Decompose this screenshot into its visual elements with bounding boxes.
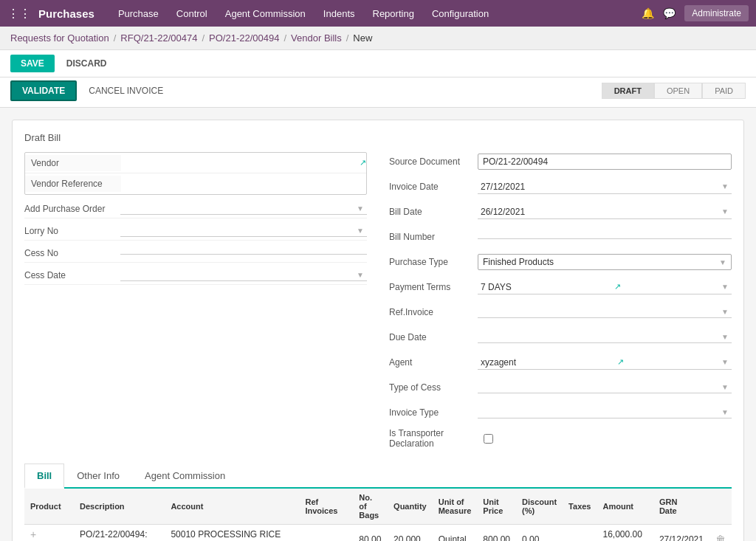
due-date-field: Due Date ▼ (389, 328, 732, 347)
transporter-declaration-checkbox[interactable] (484, 434, 493, 444)
cell-ref-invoices[interactable] (299, 525, 353, 542)
cell-description[interactable]: PO/21-22/00494: newrice (74, 525, 165, 542)
payment-terms-value[interactable]: 7 DAYS ↗ ▼ (478, 280, 732, 294)
cell-unit-of-measure[interactable]: Quintal (433, 525, 478, 542)
main-content: Draft Bill Vendor abc vendor ↗ Vendor Re… (0, 108, 756, 541)
add-purchase-order-field: Add Purchase Order ▼ (24, 199, 367, 218)
nav-configuration[interactable]: Configuration (423, 2, 498, 25)
status-open[interactable]: OPEN (654, 83, 702, 99)
cess-no-label: Cess No (24, 247, 120, 260)
tab-bill[interactable]: Bill (24, 464, 64, 489)
vendor-ext-link[interactable]: ↗ (360, 158, 366, 168)
breadcrumb-rfq-number[interactable]: RFQ/21-22/00474 (120, 32, 197, 44)
agent-text: xyzagent (481, 357, 516, 368)
vendor-label: Vendor (25, 155, 121, 171)
bill-number-field: Bill Number (389, 227, 732, 247)
delete-row-icon[interactable]: 🗑 (715, 534, 726, 541)
nav-links: Purchase Control Agent Commission Indent… (109, 2, 498, 25)
add-purchase-order-arrow: ▼ (357, 204, 364, 213)
payment-terms-arrow: ▼ (721, 283, 729, 291)
status-paid[interactable]: PAID (702, 83, 746, 99)
breadcrumb-rfq[interactable]: Requests for Quotation (10, 32, 109, 44)
cess-no-value[interactable] (120, 251, 367, 255)
nav-indents[interactable]: Indents (315, 2, 364, 25)
source-document-value[interactable]: PO/21-22/00494 (478, 154, 732, 170)
type-of-cess-label: Type of Cess (389, 382, 478, 393)
due-date-value[interactable]: ▼ (478, 331, 732, 343)
invoice-type-value[interactable]: ▼ (478, 407, 732, 418)
validate-button[interactable]: VALIDATE (10, 80, 77, 101)
vendor-row: Vendor abc vendor ↗ (25, 153, 366, 173)
type-of-cess-value[interactable]: ▼ (478, 382, 732, 393)
cell-grn-date[interactable]: 27/12/2021 (653, 525, 709, 542)
nav-reporting[interactable]: Reporting (364, 2, 423, 25)
col-account: Account (165, 489, 299, 525)
tabs-row: Bill Other Info Agent Commission (24, 464, 732, 489)
add-purchase-order-value[interactable]: ▼ (120, 203, 367, 215)
apps-icon[interactable]: ⋮⋮ (7, 7, 31, 21)
col-unit-price: UnitPrice (477, 489, 516, 525)
breadcrumb-po[interactable]: PO/21-22/00494 (209, 32, 279, 44)
payment-terms-text: 7 DAYS (481, 282, 512, 292)
status-bar: DRAFT OPEN PAID (602, 83, 746, 99)
form-card: Draft Bill Vendor abc vendor ↗ Vendor Re… (12, 120, 744, 541)
purchase-type-value[interactable]: Finished Products ▼ (478, 254, 732, 270)
bill-table: Product Description Account Ref Invoices… (24, 489, 732, 541)
vendor-ref-row: Vendor Reference ABC (25, 173, 366, 194)
tab-agent-commission[interactable]: Agent Commission (132, 464, 238, 489)
vendor-input[interactable]: abc vendor (127, 158, 351, 168)
col-ref-invoices: Ref Invoices (299, 489, 353, 525)
invoice-type-arrow: ▼ (721, 408, 729, 416)
ref-invoice-value[interactable]: ▼ (478, 306, 732, 318)
lorry-no-label: Lorry No (24, 224, 120, 238)
cell-quantity[interactable]: 20.000 (388, 525, 433, 542)
bill-number-value[interactable] (478, 235, 732, 239)
action-bar-primary: SAVE DISCARD (0, 50, 756, 77)
due-date-arrow: ▼ (721, 333, 729, 341)
cess-date-field: Cess Date ▼ (24, 266, 367, 285)
cell-delete: 🗑 (709, 525, 732, 542)
nav-agent-commission[interactable]: Agent Commission (216, 2, 315, 25)
nav-control[interactable]: Control (168, 2, 216, 25)
cell-no-of-bags[interactable]: 80.00 (353, 525, 388, 542)
cell-discount[interactable]: 0.00 (516, 525, 563, 542)
breadcrumb-current: New (353, 32, 372, 44)
source-document-label: Source Document (389, 156, 478, 167)
purchase-type-text: Finished Products (483, 257, 554, 267)
col-unit-of-measure: Unit ofMeasure (433, 489, 478, 525)
cell-unit-price[interactable]: 800.00 (477, 525, 516, 542)
col-grn-date: GRNDate (653, 489, 709, 525)
cell-taxes[interactable] (563, 525, 597, 542)
lorry-no-field: Lorry No ▼ (24, 221, 367, 241)
lorry-no-value[interactable]: ▼ (120, 225, 367, 237)
add-purchase-order-label: Add Purchase Order (24, 202, 120, 216)
tab-other-info[interactable]: Other Info (64, 464, 132, 489)
breadcrumb-vendor-bills[interactable]: Vendor Bills (291, 32, 342, 44)
col-actions (709, 489, 732, 525)
bill-date-value[interactable]: 26/12/2021 ▼ (478, 205, 732, 219)
right-icons: 🔔 💬 Administrate (642, 5, 749, 21)
vendor-ref-input[interactable]: ABC (127, 179, 360, 189)
cancel-invoice-button[interactable]: CANCEL INVOICE (83, 82, 169, 100)
form-grid: Vendor abc vendor ↗ Vendor Reference ABC (24, 152, 732, 452)
user-button[interactable]: Administrate (684, 5, 749, 21)
notification-icon[interactable]: 🔔 (642, 7, 654, 19)
discard-button[interactable]: DISCARD (61, 55, 113, 72)
nav-purchase[interactable]: Purchase (109, 2, 168, 25)
agent-value[interactable]: xyzagent ↗ ▼ (478, 356, 732, 370)
lorry-no-arrow: ▼ (357, 227, 364, 235)
cell-account[interactable]: 50010 PROCESSING RICE PURCHASE (165, 525, 299, 542)
cell-amount: 16,000.00 ₹ (597, 525, 653, 542)
payment-terms-ext[interactable]: ↗ (614, 282, 621, 292)
draft-bill-title: Draft Bill (24, 132, 732, 143)
agent-ext[interactable]: ↗ (617, 357, 624, 367)
chat-icon[interactable]: 💬 (663, 7, 676, 19)
vendor-ref-value: ABC (121, 176, 366, 192)
cess-date-value[interactable]: ▼ (120, 269, 367, 281)
save-button[interactable]: SAVE (10, 55, 55, 72)
row-add-icon[interactable]: + (30, 528, 36, 540)
breadcrumb: Requests for Quotation / RFQ/21-22/00474… (0, 27, 756, 50)
col-amount: Amount (597, 489, 653, 525)
invoice-date-value[interactable]: 27/12/2021 ▼ (478, 180, 732, 194)
status-draft[interactable]: DRAFT (602, 83, 654, 99)
